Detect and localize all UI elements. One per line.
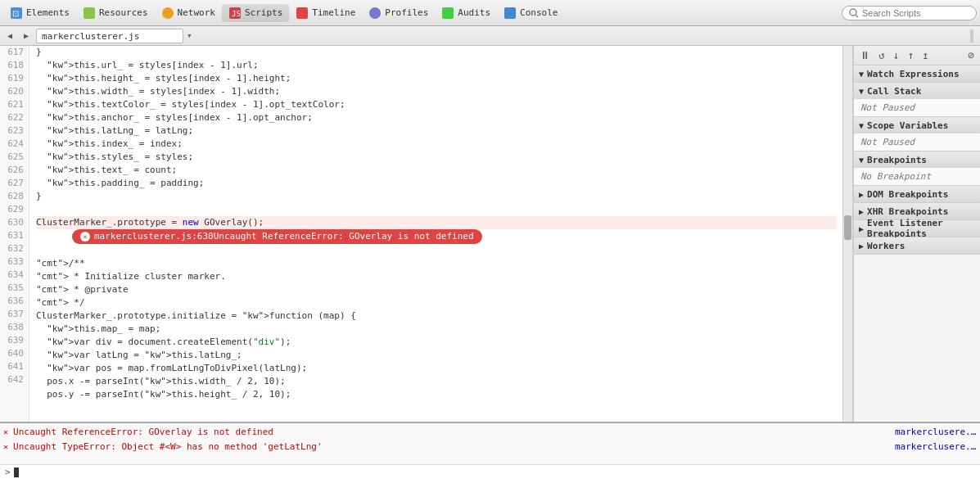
watch-expressions-header[interactable]: ▼ Watch Expressions bbox=[854, 66, 980, 82]
scripts-icon: JS bbox=[228, 7, 242, 20]
console-error-source[interactable]: markerclusere... bbox=[895, 441, 977, 454]
line-number: 637 bbox=[0, 308, 29, 321]
line-number: 633 bbox=[0, 255, 29, 269]
tab-elements[interactable]: ⊡ Elements bbox=[3, 4, 76, 22]
file-select-arrow[interactable]: ▾ bbox=[187, 30, 192, 41]
console-prompt: > bbox=[5, 467, 11, 477]
code-line[interactable]: "kw">this.map_ = map; bbox=[36, 323, 836, 336]
right-panel: ⏸ ↺ ↓ ↑ ↥ ⊘ ▼ Watch Expressions ▼ Call S… bbox=[853, 46, 980, 422]
code-line[interactable]: pos.y -= parseInt("kw">this.height_ / 2,… bbox=[36, 388, 836, 401]
audits-icon bbox=[441, 7, 454, 20]
code-content[interactable]: } "kw">this.url_ = styles[index - 1].url… bbox=[29, 46, 842, 422]
breakpoints-body: No Breakpoint bbox=[854, 168, 980, 185]
code-line[interactable]: ClusterMarker_.prototype = new GOverlay(… bbox=[36, 216, 836, 229]
code-line[interactable] bbox=[36, 203, 836, 216]
code-line[interactable]: "kw">this.height_ = styles[index - 1].he… bbox=[36, 72, 836, 85]
line-number: 635 bbox=[0, 282, 29, 295]
code-line[interactable]: pos.x -= parseInt("kw">this.width_ / 2, … bbox=[36, 375, 836, 388]
code-line[interactable]: "kw">this.text_ = count; bbox=[36, 164, 836, 177]
line-number: 640 bbox=[0, 347, 29, 360]
event-listener-header[interactable]: ▶ Event Listener Breakpoints bbox=[854, 220, 980, 237]
search-scripts-input[interactable] bbox=[862, 8, 969, 18]
code-line[interactable]: "kw">this.styles_ = styles; bbox=[36, 151, 836, 164]
tab-audits[interactable]: Audits bbox=[435, 4, 497, 22]
code-line[interactable]: "kw">this.index_ = index; bbox=[36, 138, 836, 151]
code-line[interactable]: "kw">this.url_ = styles[index - 1].url; bbox=[36, 59, 836, 72]
error-message: markerclusterer.js:630Uncaught Reference… bbox=[94, 230, 474, 243]
step-over-button[interactable]: ↓ bbox=[891, 48, 902, 62]
code-line[interactable]: } bbox=[36, 190, 836, 203]
breakpoints-section: ▼ Breakpoints No Breakpoint bbox=[854, 151, 980, 186]
console-error-line: ✕Uncaught TypeError: Object #<W> has no … bbox=[3, 440, 977, 454]
console-cursor[interactable] bbox=[14, 468, 19, 477]
code-line[interactable]: "kw">this.width_ = styles[index - 1].wid… bbox=[36, 85, 836, 98]
bottom-console: ✕Uncaught ReferenceError: GOverlay is no… bbox=[0, 422, 980, 479]
line-number: 617 bbox=[0, 46, 29, 59]
code-line[interactable]: "kw">var div = document.createElement("d… bbox=[36, 336, 836, 349]
step-into-button[interactable]: ↑ bbox=[905, 48, 917, 62]
scope-variables-header[interactable]: ▼ Scope Variables bbox=[854, 117, 980, 133]
line-number: 620 bbox=[0, 85, 29, 98]
code-line[interactable]: } bbox=[36, 46, 836, 59]
code-line[interactable]: "kw">this.latLng_ = latLng; bbox=[36, 124, 836, 138]
code-line[interactable]: "cmt"> * Initialize cluster marker. bbox=[36, 270, 836, 283]
console-error-source[interactable]: markerclusere... bbox=[895, 426, 977, 439]
step-out-button[interactable]: ↥ bbox=[919, 48, 931, 62]
tab-scripts[interactable]: JS Scripts bbox=[222, 4, 289, 22]
code-scrollbar[interactable] bbox=[842, 46, 852, 422]
error-icon: ✕ bbox=[80, 232, 90, 242]
code-line[interactable] bbox=[36, 244, 836, 257]
line-number: 621 bbox=[0, 98, 29, 111]
call-stack-header[interactable]: ▼ Call Stack bbox=[854, 83, 980, 99]
code-line[interactable]: "cmt">/** bbox=[36, 257, 836, 270]
nav-forward-button[interactable]: ▶ bbox=[20, 29, 33, 43]
resume-button[interactable]: ↺ bbox=[876, 48, 887, 62]
tab-console[interactable]: Console bbox=[497, 4, 564, 22]
code-scrollbar-thumb[interactable] bbox=[844, 215, 851, 240]
code-line[interactable]: "kw">this.padding_ = padding; bbox=[36, 177, 836, 190]
line-number: 628 bbox=[0, 190, 29, 203]
breakpoints-header[interactable]: ▼ Breakpoints bbox=[854, 151, 980, 168]
svg-rect-6 bbox=[296, 7, 308, 19]
dom-breakpoints-section: ▶ DOM Breakpoints bbox=[854, 186, 980, 203]
line-number: 639 bbox=[0, 334, 29, 347]
code-line[interactable]: "cmt"> * @private bbox=[36, 283, 836, 296]
code-line[interactable]: "kw">var pos = map.fromLatLngToDivPixel(… bbox=[36, 362, 836, 375]
line-number: 630 bbox=[0, 216, 29, 229]
line-number: 622 bbox=[0, 111, 29, 124]
file-bar: ◀ ▶ markerclusterer.js ▾ bbox=[0, 26, 980, 46]
code-line[interactable]: "kw">this.anchor_ = styles[index - 1].op… bbox=[36, 111, 836, 124]
code-line[interactable]: "kw">var latLng = "kw">this.latLng_; bbox=[36, 349, 836, 362]
debug-controls-header: ⏸ ↺ ↓ ↑ ↥ ⊘ bbox=[854, 46, 980, 66]
tab-resources[interactable]: Resources bbox=[76, 4, 155, 22]
call-stack-section: ▼ Call Stack Not Paused bbox=[854, 83, 980, 117]
dom-breakpoints-header[interactable]: ▶ DOM Breakpoints bbox=[854, 186, 980, 202]
svg-rect-9 bbox=[504, 7, 516, 19]
code-line[interactable]: ClusterMarker_.prototype.initialize = "k… bbox=[36, 310, 836, 323]
svg-point-10 bbox=[850, 9, 856, 16]
pause-button[interactable]: ⏸ bbox=[857, 48, 873, 62]
workers-header[interactable]: ▶ Workers bbox=[854, 237, 980, 254]
tab-profiles[interactable]: Profiles bbox=[362, 4, 435, 22]
line-number: 638 bbox=[0, 321, 29, 334]
deactivate-breakpoints-button[interactable]: ⊘ bbox=[965, 48, 977, 62]
svg-point-7 bbox=[369, 7, 381, 19]
code-line[interactable]: "cmt"> */ bbox=[36, 296, 836, 310]
code-panel: 6176186196206216226236246256266276286296… bbox=[0, 46, 853, 422]
xhr-breakpoints-header[interactable]: ▶ XHR Breakpoints bbox=[854, 203, 980, 219]
line-number: 625 bbox=[0, 151, 29, 164]
tab-timeline[interactable]: Timeline bbox=[289, 4, 362, 22]
network-icon bbox=[161, 7, 174, 20]
line-numbers: 6176186196206216226236246256266276286296… bbox=[0, 46, 29, 422]
console-error-text: Uncaught TypeError: Object #<W> has no m… bbox=[13, 441, 890, 454]
nav-back-button[interactable]: ◀ bbox=[3, 29, 16, 43]
tab-network[interactable]: Network bbox=[155, 4, 222, 22]
timeline-icon bbox=[296, 7, 309, 20]
svg-rect-8 bbox=[442, 7, 454, 19]
code-line[interactable]: "kw">this.textColor_ = styles[index - 1]… bbox=[36, 98, 836, 111]
event-listener-section: ▶ Event Listener Breakpoints bbox=[854, 220, 980, 237]
file-name-display: markerclusterer.js bbox=[36, 29, 183, 43]
line-number: 629 bbox=[0, 203, 29, 216]
search-scripts-box bbox=[842, 6, 977, 20]
event-arrow: ▶ bbox=[859, 224, 864, 233]
